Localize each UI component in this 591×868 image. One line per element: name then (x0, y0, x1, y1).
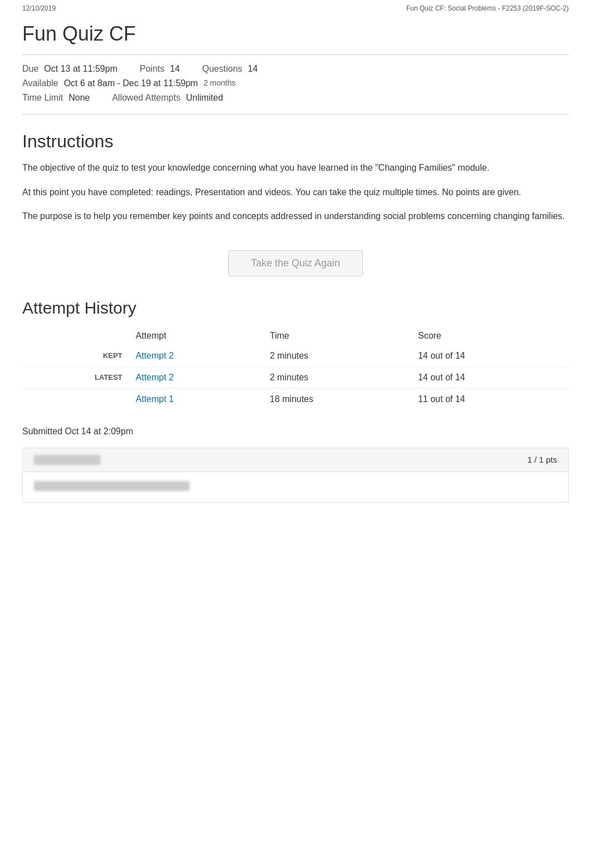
row2-score: 14 out of 14 (411, 366, 569, 388)
date-label: 12/10/2019 (22, 4, 56, 12)
question-body (23, 472, 568, 502)
table-row: KEPT Attempt 2 2 minutes 14 out of 14 (22, 345, 569, 367)
question-pts: 1 / 1 pts (528, 455, 557, 464)
row1-time: 2 minutes (263, 345, 411, 367)
available-note: 2 months (204, 78, 236, 88)
points-label: Points (140, 64, 164, 74)
row2-label: LATEST (22, 366, 129, 388)
attempt1-link[interactable]: Attempt 1 (136, 394, 174, 404)
quiz-meta-row3: Time Limit None Allowed Attempts Unlimit… (0, 91, 591, 114)
take-quiz-button[interactable]: Take the Quiz Again (228, 250, 363, 276)
instructions-p3: The purpose is to help you remember key … (22, 209, 569, 224)
row3-label (22, 388, 129, 410)
col-score: Score (411, 326, 569, 345)
row3-attempt: Attempt 1 (129, 388, 263, 410)
question-header: 1 / 1 pts (23, 448, 568, 472)
row3-score: 11 out of 14 (411, 388, 569, 410)
breadcrumb: Fun Quiz CF: Social Problems - F2253 (20… (406, 4, 569, 12)
available-value: Oct 6 at 8am - Dec 19 at 11:59pm (64, 78, 198, 88)
question-number-blurred (34, 455, 101, 465)
attempt2-link-1[interactable]: Attempt 2 (136, 351, 174, 360)
due-value: Oct 13 at 11:59pm (44, 64, 117, 74)
allowed-attempts-label: Allowed Attempts (112, 93, 180, 103)
allowed-attempts-value: Unlimited (186, 93, 223, 103)
question-block: 1 / 1 pts (22, 448, 569, 503)
row1-attempt: Attempt 2 (129, 345, 263, 367)
questions-label: Questions (202, 64, 242, 74)
row1-label: KEPT (22, 345, 129, 367)
row2-time: 2 minutes (263, 366, 411, 388)
col-attempt: Attempt (129, 326, 263, 345)
table-row: LATEST Attempt 2 2 minutes 14 out of 14 (22, 366, 569, 388)
time-limit-value: None (68, 93, 90, 103)
instructions-title: Instructions (0, 115, 591, 161)
attempt-history-table: Attempt Time Score KEPT Attempt 2 2 minu… (22, 326, 569, 410)
attempt2-link-2[interactable]: Attempt 2 (136, 373, 174, 382)
table-row: Attempt 1 18 minutes 11 out of 14 (22, 388, 569, 410)
due-label: Due (22, 64, 38, 74)
row3-time: 18 minutes (263, 388, 411, 410)
page-title: Fun Quiz CF (0, 17, 591, 54)
instructions-p2: At this point you have completed: readin… (22, 185, 569, 200)
attempt-history-title: Attempt History (0, 293, 591, 326)
submitted-text: Submitted Oct 14 at 2:09pm (0, 410, 591, 442)
row1-score: 14 out of 14 (411, 345, 569, 367)
take-quiz-wrap: Take the Quiz Again (0, 234, 591, 293)
row2-attempt: Attempt 2 (129, 366, 263, 388)
question-text-blurred (34, 481, 190, 491)
quiz-meta: Due Oct 13 at 11:59pm Points 14 Question… (0, 55, 591, 76)
points-value: 14 (170, 64, 180, 74)
col-label (22, 326, 129, 345)
quiz-meta-row2: Available Oct 6 at 8am - Dec 19 at 11:59… (0, 76, 591, 91)
time-limit-label: Time Limit (22, 93, 63, 103)
col-time: Time (263, 326, 411, 345)
instructions-p1: The objective of the quiz to test your k… (22, 161, 569, 175)
questions-value: 14 (248, 64, 258, 74)
available-label: Available (22, 78, 58, 88)
instructions-body: The objective of the quiz to test your k… (0, 161, 591, 224)
